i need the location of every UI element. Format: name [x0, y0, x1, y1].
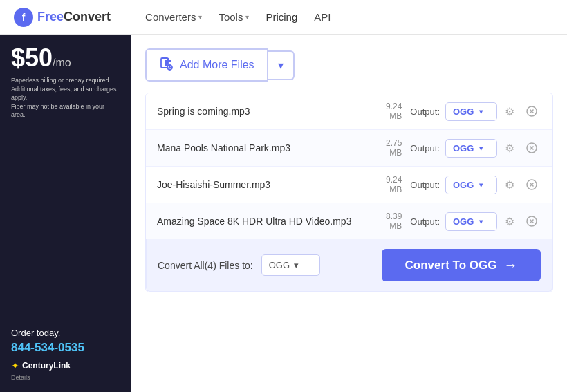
remove-button-2[interactable]	[522, 175, 541, 194]
logo-convert: Convert	[64, 10, 111, 24]
nav-links: Converters ▾ Tools ▾ Pricing API	[138, 7, 337, 27]
convert-all-format-value: OGG	[269, 260, 290, 270]
ad-phone[interactable]: 844-534-0535	[11, 341, 120, 355]
navbar: f FreeConvert Converters ▾ Tools ▾ Prici…	[0, 0, 567, 35]
ad-price-value: $50	[11, 44, 53, 72]
output-label: Output:	[410, 216, 440, 227]
ad-per: /mo	[53, 57, 71, 68]
ad-tagline: Paperless billing or prepay required. Ad…	[11, 76, 120, 120]
table-row: Joe-Hisaishi-Summer.mp3 9.24 MB Output: …	[146, 167, 552, 203]
ad-order-text: Order today.	[11, 328, 120, 338]
ad-sidebar: $50/mo Paperless billing or prepay requi…	[0, 35, 131, 392]
ad-details[interactable]: Details	[11, 374, 120, 381]
ad-brand-name: CenturyLink	[22, 361, 71, 371]
add-files-label: Add More Files	[180, 59, 254, 71]
logo[interactable]: f FreeConvert	[14, 8, 111, 27]
file-name: Amazing Space 8K HDR Ultra HD Video.mp3	[157, 216, 369, 227]
convert-all-format-select[interactable]: OGG ▾	[261, 254, 320, 276]
remove-button-0[interactable]	[522, 102, 541, 121]
convert-arrow-icon: →	[503, 257, 517, 273]
ad-order: Order today. 844-534-0535	[11, 328, 120, 355]
file-size: 9.24 MB	[369, 175, 402, 194]
add-files-bar: Add More Files ▾	[145, 48, 553, 82]
remove-button-3[interactable]	[522, 212, 541, 231]
format-select-1[interactable]: OGG ▾	[445, 139, 497, 158]
file-size: 9.24 MB	[369, 102, 402, 121]
table-row: Amazing Space 8K HDR Ultra HD Video.mp3 …	[146, 203, 552, 239]
file-name: Mana Pools National Park.mp3	[157, 142, 369, 153]
ad-brand: ✦ CenturyLink	[11, 360, 120, 371]
settings-button-0[interactable]: ⚙	[500, 102, 519, 121]
ad-price: $50/mo	[11, 46, 120, 71]
output-label: Output:	[410, 143, 440, 153]
converter-panel: Add More Files ▾ Spring is coming.mp3 9.…	[131, 35, 567, 392]
format-value-1: OGG	[453, 143, 474, 153]
add-files-dropdown[interactable]: ▾	[268, 50, 295, 80]
add-files-chevron-icon: ▾	[278, 59, 284, 72]
logo-text: FreeConvert	[37, 10, 111, 24]
logo-free: Free	[37, 10, 64, 24]
nav-pricing[interactable]: Pricing	[259, 7, 304, 27]
format-select-3[interactable]: OGG ▾	[445, 212, 497, 231]
settings-button-2[interactable]: ⚙	[500, 175, 519, 194]
file-list-container: Spring is coming.mp3 9.24 MB Output: OGG…	[145, 93, 553, 292]
convert-button[interactable]: Convert To OGG →	[382, 249, 541, 281]
format-value-0: OGG	[453, 106, 474, 117]
convert-btn-label: Convert To OGG	[405, 259, 497, 272]
convert-all-bar: Convert All(4) Files to: OGG ▾ Convert T…	[146, 239, 552, 292]
remove-button-1[interactable]	[522, 138, 541, 158]
format-value-2: OGG	[453, 180, 474, 190]
file-list: Spring is coming.mp3 9.24 MB Output: OGG…	[146, 93, 552, 239]
nav-converters[interactable]: Converters ▾	[138, 7, 209, 27]
file-size: 8.39 MB	[369, 212, 402, 231]
settings-button-1[interactable]: ⚙	[500, 138, 519, 158]
add-more-files-button[interactable]: Add More Files	[145, 48, 268, 82]
table-row: Spring is coming.mp3 9.24 MB Output: OGG…	[146, 93, 552, 130]
logo-icon: f	[14, 8, 33, 27]
converters-arrow-icon: ▾	[198, 13, 202, 21]
nav-api[interactable]: API	[307, 7, 337, 27]
nav-tools[interactable]: Tools ▾	[212, 7, 256, 27]
file-name: Joe-Hisaishi-Summer.mp3	[157, 179, 369, 190]
add-file-icon	[159, 57, 173, 73]
output-label: Output:	[410, 106, 440, 117]
output-label: Output:	[410, 180, 440, 190]
file-name: Spring is coming.mp3	[157, 106, 369, 117]
format-chevron-icon-2: ▾	[479, 181, 483, 189]
format-chevron-icon-3: ▾	[479, 218, 483, 225]
convert-all-chevron-icon: ▾	[294, 260, 299, 270]
format-value-3: OGG	[453, 216, 474, 227]
format-chevron-icon-1: ▾	[479, 144, 483, 152]
tools-arrow-icon: ▾	[245, 13, 249, 21]
ad-star-icon: ✦	[11, 360, 19, 371]
settings-button-3[interactable]: ⚙	[500, 212, 519, 231]
format-select-0[interactable]: OGG ▾	[445, 102, 497, 121]
format-select-2[interactable]: OGG ▾	[445, 176, 497, 194]
main-area: $50/mo Paperless billing or prepay requi…	[0, 35, 567, 392]
file-size: 2.75 MB	[369, 138, 402, 158]
table-row: Mana Pools National Park.mp3 2.75 MB Out…	[146, 130, 552, 167]
convert-all-label: Convert All(4) Files to:	[158, 260, 253, 271]
format-chevron-icon-0: ▾	[479, 108, 483, 115]
